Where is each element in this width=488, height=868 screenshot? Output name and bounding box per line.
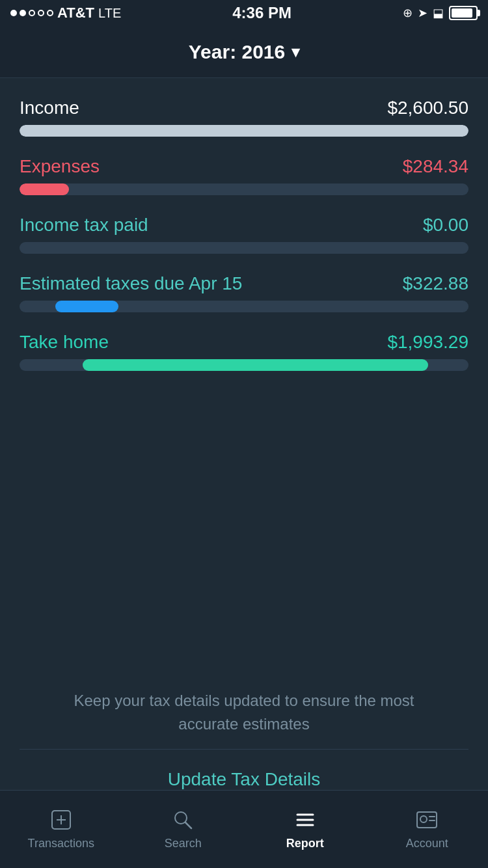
income-tax-header: Income tax paid $0.00: [20, 215, 468, 236]
lock-icon: ⊕: [403, 6, 413, 20]
expenses-label: Expenses: [20, 156, 100, 177]
signal-dot-4: [38, 10, 44, 16]
income-header: Income $2,600.50: [20, 98, 468, 118]
network-type-label: LTE: [98, 6, 121, 21]
estimated-taxes-header: Estimated taxes due Apr 15 $322.88: [20, 273, 468, 294]
expenses-progress-bg: [20, 183, 468, 195]
transactions-icon: [49, 808, 73, 832]
signal-dot-5: [47, 10, 53, 16]
tab-account[interactable]: Account: [366, 808, 489, 850]
expenses-row: Expenses $284.34: [20, 156, 468, 195]
signal-dot-2: [20, 10, 26, 16]
svg-line-4: [185, 822, 191, 828]
status-bar: AT&T LTE 4:36 PM ⊕ ➤ ⬓: [0, 0, 488, 26]
account-icon: [415, 808, 439, 832]
footer-section: Keep your tax details updated to ensure …: [0, 663, 488, 790]
svg-point-9: [420, 816, 427, 822]
account-tab-label: Account: [406, 837, 448, 850]
income-label: Income: [20, 98, 79, 118]
transactions-tab-label: Transactions: [28, 837, 94, 850]
battery-fill: [452, 8, 472, 18]
estimated-taxes-value: $322.88: [403, 273, 468, 294]
estimated-taxes-progress-fill: [55, 301, 118, 312]
tab-report[interactable]: Report: [244, 808, 366, 850]
main-content: Income $2,600.50 Expenses $284.34 Income…: [0, 78, 488, 371]
footer-divider: [20, 749, 468, 750]
take-home-row: Take home $1,993.29: [20, 332, 468, 371]
income-progress-fill: [20, 125, 468, 137]
estimated-taxes-label: Estimated taxes due Apr 15: [20, 273, 242, 294]
expenses-progress-fill: [20, 183, 69, 195]
page-header[interactable]: Year: 2016 ▾: [0, 26, 488, 78]
income-progress-bg: [20, 125, 468, 137]
report-tab-label: Report: [286, 837, 324, 850]
signal-dot-3: [29, 10, 35, 16]
year-selector[interactable]: Year: 2016 ▾: [189, 41, 299, 63]
signal-dot-1: [10, 10, 17, 16]
expenses-header: Expenses $284.34: [20, 156, 468, 177]
take-home-progress-fill: [83, 359, 428, 371]
tab-search[interactable]: Search: [122, 808, 245, 850]
status-left: AT&T LTE: [10, 5, 121, 21]
chevron-down-icon: ▾: [291, 43, 299, 61]
report-icon: [293, 808, 317, 832]
income-tax-value: $0.00: [423, 215, 468, 236]
location-icon: ➤: [418, 6, 427, 20]
take-home-header: Take home $1,993.29: [20, 332, 468, 353]
search-icon: [171, 808, 195, 832]
income-tax-row: Income tax paid $0.00: [20, 215, 468, 254]
take-home-label: Take home: [20, 332, 109, 353]
expenses-value: $284.34: [403, 156, 468, 177]
update-btn-container[interactable]: Update Tax Details: [20, 769, 468, 790]
search-tab-label: Search: [165, 837, 202, 850]
status-time: 4:36 PM: [232, 4, 291, 22]
footer-note-text: Keep your tax details updated to ensure …: [20, 689, 468, 736]
signal-dots: [10, 10, 53, 16]
income-tax-label: Income tax paid: [20, 215, 148, 236]
update-tax-details-button[interactable]: Update Tax Details: [168, 769, 321, 790]
income-tax-progress-bg: [20, 242, 468, 254]
tab-bar: Transactions Search Report Account: [0, 790, 488, 868]
estimated-taxes-progress-bg: [20, 301, 468, 312]
header-title-text: Year: 2016: [189, 41, 285, 63]
income-value: $2,600.50: [387, 98, 468, 118]
tab-transactions[interactable]: Transactions: [0, 808, 122, 850]
income-row: Income $2,600.50: [20, 98, 468, 137]
battery-indicator: [449, 6, 478, 20]
status-right: ⊕ ➤ ⬓: [403, 6, 478, 20]
estimated-taxes-row: Estimated taxes due Apr 15 $322.88: [20, 273, 468, 312]
take-home-progress-bg: [20, 359, 468, 371]
bluetooth-icon: ⬓: [433, 6, 444, 20]
carrier-label: AT&T: [57, 5, 94, 21]
take-home-value: $1,993.29: [387, 332, 468, 353]
